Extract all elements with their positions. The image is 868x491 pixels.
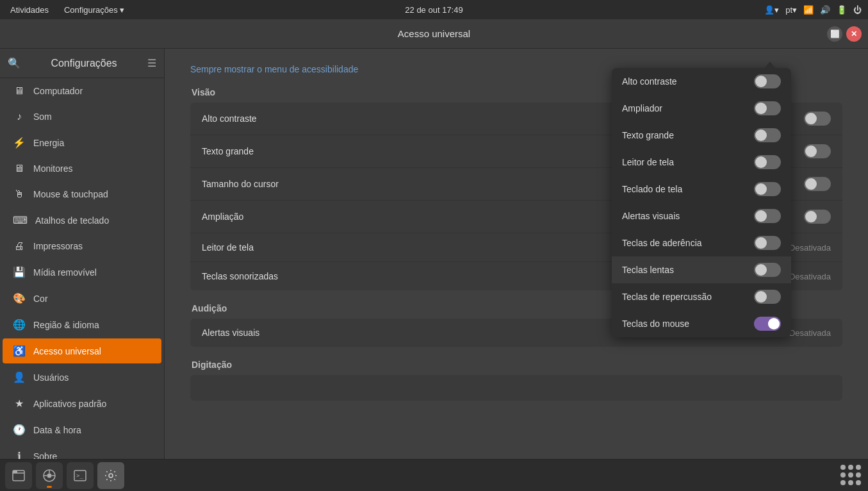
search-icon[interactable]: 🔍 [8,57,20,69]
sidebar-item-cor[interactable]: 🎨 Cor [3,286,161,311]
lang-button[interactable]: pt▾ [785,5,797,15]
sidebar-item-energia[interactable]: ⚡ Energia [3,130,161,155]
window-controls: ⬜ ✕ [827,26,862,42]
power-icon[interactable]: ⏻ [853,5,862,15]
dropdown-row-teclado-tela[interactable]: Teclado de tela [612,176,791,203]
sidebar-menu-icon[interactable]: ☰ [147,57,156,69]
settings-menu-button[interactable]: Configurações ▾ [60,4,128,16]
taskbar-chrome-button[interactable] [36,462,63,489]
dropdown-label-alto-contraste: Alto contraste [622,76,677,87]
dropdown-toggle-teclado-tela[interactable] [754,182,781,196]
wifi-icon[interactable]: 📶 [803,5,814,15]
settings-group-digitacao [190,375,842,401]
window-title: Acesso universal [398,28,470,39]
alto-contraste-toggle[interactable] [804,112,831,126]
main-container: 🔍 Configurações ☰ 🖥 Computador ♪ Som ⚡ E… [0,49,868,491]
taskbar-files-button[interactable] [5,462,32,489]
dropdown-row-ampliador[interactable]: Ampliador [612,95,791,122]
titlebar: Acesso universal ⬜ ✕ [0,19,868,49]
sidebar-item-monitores[interactable]: 🖥 Monitores [3,156,161,181]
svg-point-3 [47,473,52,478]
sidebar-label-data: Data & hora [33,425,81,435]
dropdown-label-teclas-aderencia: Teclas de aderência [622,238,702,248]
impressoras-icon: 🖨 [13,240,26,252]
leitor-tela-status: Desativada [789,243,831,253]
dropdown-toggle-leitor-tela[interactable] [754,155,781,169]
sidebar-label-atalhos: Atalhos de teclado [35,215,109,226]
ampliacao-toggle[interactable] [804,210,831,224]
tamanho-cursor-toggle[interactable] [804,177,831,191]
taskbar-settings-button[interactable] [97,462,124,489]
monitores-icon: 🖥 [13,163,26,174]
battery-icon[interactable]: 🔋 [837,5,847,15]
sidebar: 🔍 Configurações ☰ 🖥 Computador ♪ Som ⚡ E… [0,49,165,491]
texto-grande-toggle[interactable] [804,144,831,158]
taskbar-terminal-button[interactable]: >_ [67,462,94,489]
dropdown-row-alertas-visuais[interactable]: Alertas visuais [612,203,791,229]
cor-icon: 🎨 [13,292,26,304]
alertas-visuais-status: Desativada [789,328,831,338]
sidebar-item-mouse[interactable]: 🖱 Mouse & touchpad [3,182,161,206]
computador-icon: 🖥 [13,85,26,97]
sidebar-item-aplicativos[interactable]: ★ Aplicativos padrão [3,391,161,416]
sidebar-item-impressoras[interactable]: 🖨 Impressoras [3,234,161,258]
sidebar-label-cor: Cor [33,294,48,304]
dropdown-label-teclas-lentas: Teclas lentas [622,265,674,275]
taskbar: >_ [0,459,868,491]
dropdown-label-alertas-visuais: Alertas visuais [622,211,680,221]
dropdown-toggle-ampliador[interactable] [754,101,781,115]
taskbar-grid-button[interactable] [840,464,863,487]
content-area: Sempre mostrar o menu de acessibilidade … [165,49,868,491]
sidebar-item-regiao[interactable]: 🌐 Região & idioma [3,312,161,337]
dropdown-row-texto-grande[interactable]: Texto grande [612,122,791,149]
dropdown-toggle-texto-grande[interactable] [754,128,781,142]
activities-button[interactable]: Atividades [6,4,53,16]
mouse-icon: 🖱 [13,188,26,200]
leitor-tela-label: Leitor de tela [202,242,254,253]
sidebar-item-acesso[interactable]: ♿ Acesso universal [3,338,161,363]
dropdown-toggle-teclas-mouse[interactable] [754,317,781,331]
topbar-right: 👤▾ pt▾ 📶 🔊 🔋 ⏻ [764,5,862,15]
dropdown-row-teclas-aderencia[interactable]: Teclas de aderência [612,229,791,256]
sidebar-item-data[interactable]: 🕐 Data & hora [3,417,161,442]
dropdown-row-teclas-mouse[interactable]: Teclas do mouse [612,310,791,337]
sidebar-item-midia[interactable]: 💾 Mídia removível [3,260,161,285]
tamanho-cursor-label: Tamanho do cursor [202,179,279,189]
usuarios-icon: 👤 [13,371,26,383]
som-icon: ♪ [13,111,26,122]
dropdown-toggle-alto-contraste[interactable] [754,74,781,88]
close-button[interactable]: ✕ [846,26,862,42]
sidebar-label-usuarios: Usuários [33,372,69,383]
svg-point-9 [109,474,113,478]
dropdown-label-teclas-repercussao: Teclas de repercussão [622,292,712,302]
user-icon[interactable]: 👤▾ [764,5,779,15]
dropdown-toggle-teclas-repercussao[interactable] [754,290,781,304]
dropdown-row-teclas-repercussao[interactable]: Teclas de repercussão [612,283,791,310]
aplicativos-icon: ★ [13,397,26,410]
sidebar-label-impressoras: Impressoras [33,241,83,251]
dropdown-toggle-teclas-lentas[interactable] [754,263,781,277]
maximize-button[interactable]: ⬜ [827,26,842,42]
topbar-left: Atividades Configurações ▾ [6,4,128,16]
teclas-sonorizadas-label: Teclas sonorizadas [202,271,278,281]
topbar-datetime: 22 de out 17:49 [405,5,463,15]
alertas-visuais-label: Alertas visuais [202,328,259,338]
dropdown-row-alto-contraste[interactable]: Alto contraste [612,68,791,95]
dropdown-toggle-alertas-visuais[interactable] [754,209,781,223]
accessibility-dropdown: Alto contraste Ampliador Texto grande Le… [612,68,791,337]
sidebar-item-som[interactable]: ♪ Som [3,104,161,129]
sidebar-item-usuarios[interactable]: 👤 Usuários [3,365,161,390]
volume-icon[interactable]: 🔊 [820,5,830,15]
sidebar-item-computador[interactable]: 🖥 Computador [3,79,161,103]
topbar: Atividades Configurações ▾ 22 de out 17:… [0,0,868,19]
texto-grande-label: Texto grande [202,146,254,156]
sidebar-label-acesso: Acesso universal [33,346,101,356]
window: Acesso universal ⬜ ✕ 🔍 Configurações ☰ 🖥… [0,19,868,491]
dropdown-row-leitor-tela[interactable]: Leitor de tela [612,149,791,176]
teclas-sonorizadas-status: Desativada [789,272,831,281]
dropdown-toggle-teclas-aderencia[interactable] [754,236,781,250]
sidebar-label-midia: Mídia removível [33,267,97,278]
ampliacao-label: Ampliação [202,212,243,222]
sidebar-item-atalhos[interactable]: ⌨ Atalhos de teclado [3,208,161,233]
dropdown-row-teclas-lentas[interactable]: Teclas lentas [612,256,791,283]
